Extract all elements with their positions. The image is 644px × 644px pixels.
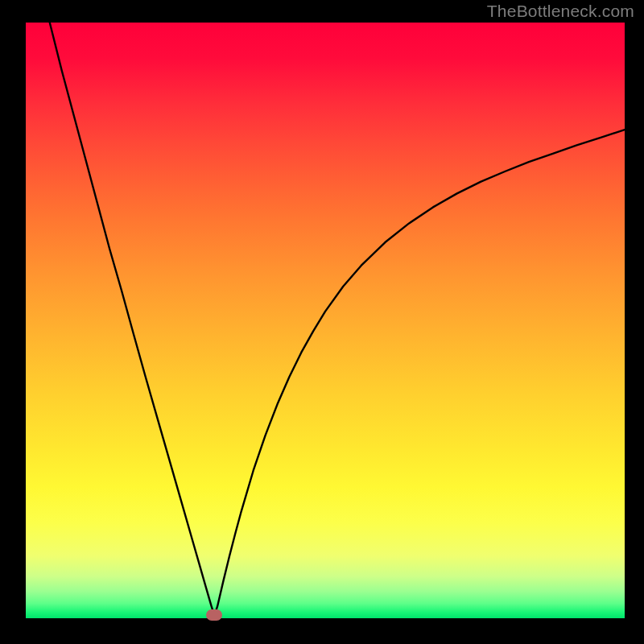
minimum-marker xyxy=(206,609,222,621)
gradient-background xyxy=(26,23,625,618)
watermark-text: TheBottleneck.com xyxy=(487,2,634,21)
bottleneck-plot xyxy=(0,0,644,644)
chart-frame: TheBottleneck.com xyxy=(0,0,644,644)
